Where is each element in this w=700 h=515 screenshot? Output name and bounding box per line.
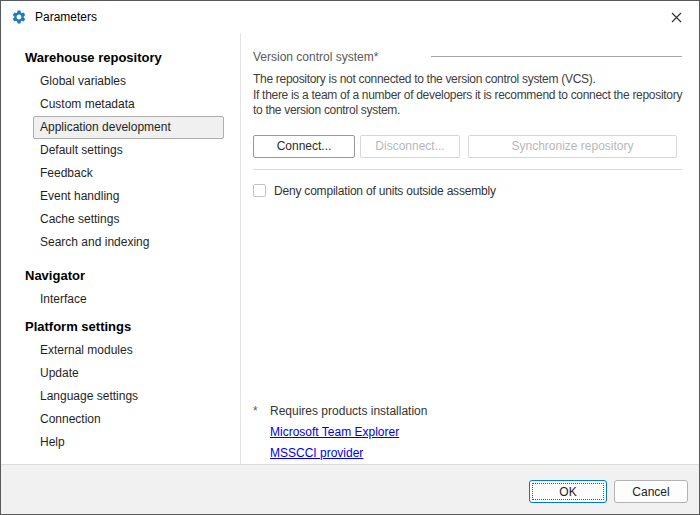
title-bar: Parameters <box>1 1 699 33</box>
link-msscci-provider[interactable]: MSSCCI provider <box>270 446 427 461</box>
window-title: Parameters <box>35 10 97 24</box>
deny-compilation-row: Deny compilation of units outside assemb… <box>253 184 682 198</box>
sidebar-section-warehouse-repository: Warehouse repository <box>1 46 240 70</box>
deny-compilation-checkbox[interactable] <box>253 184 266 197</box>
sidebar-item-custom-metadata[interactable]: Custom metadata <box>33 93 224 116</box>
group-header: Version control system* <box>253 49 682 64</box>
sidebar-item-event-handling[interactable]: Event handling <box>33 185 224 208</box>
footnote: * Requires products installation <box>253 404 427 419</box>
dialog-footer: OK Cancel <box>1 464 699 514</box>
section-separator <box>253 169 682 170</box>
sidebar-item-external-modules[interactable]: External modules <box>33 339 224 362</box>
group-header-rule <box>431 56 682 57</box>
sidebar-item-default-settings[interactable]: Default settings <box>33 139 224 162</box>
close-button[interactable] <box>654 1 699 33</box>
vcs-description: The repository is not connected to the v… <box>253 72 682 119</box>
footnote-marker: * <box>253 404 270 419</box>
sidebar-item-global-variables[interactable]: Global variables <box>33 70 224 93</box>
sidebar-item-interface[interactable]: Interface <box>33 288 224 311</box>
main-area: Warehouse repository Global variables Cu… <box>1 33 699 464</box>
sidebar-item-language-settings[interactable]: Language settings <box>33 385 224 408</box>
footnote-block: * Requires products installation Microso… <box>253 404 427 461</box>
sidebar-item-cache-settings[interactable]: Cache settings <box>33 208 224 231</box>
parameters-dialog: Parameters Warehouse repository Global v… <box>0 0 700 515</box>
gear-icon <box>11 9 27 25</box>
sidebar-item-feedback[interactable]: Feedback <box>33 162 224 185</box>
sidebar: Warehouse repository Global variables Cu… <box>1 33 241 464</box>
ok-button[interactable]: OK <box>529 480 607 503</box>
deny-compilation-label: Deny compilation of units outside assemb… <box>274 184 496 198</box>
sidebar-item-application-development[interactable]: Application development <box>33 116 224 139</box>
vcs-description-line: The repository is not connected to the v… <box>253 72 682 88</box>
disconnect-button: Disconnect... <box>360 135 460 158</box>
sidebar-item-connection[interactable]: Connection <box>33 408 224 431</box>
sidebar-item-help[interactable]: Help <box>33 431 224 454</box>
sidebar-item-search-and-indexing[interactable]: Search and indexing <box>33 231 224 254</box>
vcs-button-row: Connect... Disconnect... Synchronize rep… <box>253 135 682 158</box>
settings-panel: Version control system* The repository i… <box>241 33 700 464</box>
close-icon <box>671 12 682 23</box>
sidebar-item-update[interactable]: Update <box>33 362 224 385</box>
vcs-description-line: to the version control system. <box>253 103 682 119</box>
sidebar-section-platform-settings: Platform settings <box>1 315 240 339</box>
group-title: Version control system* <box>253 50 431 64</box>
cancel-button[interactable]: Cancel <box>614 480 688 503</box>
connect-button[interactable]: Connect... <box>253 135 355 158</box>
link-microsoft-team-explorer[interactable]: Microsoft Team Explorer <box>270 425 427 440</box>
synchronize-repository-button: Synchronize repository <box>468 135 677 158</box>
sidebar-section-navigator: Navigator <box>1 264 240 288</box>
footnote-text: Requires products installation <box>270 404 427 419</box>
vcs-description-line: If there is a team of a number of develo… <box>253 88 682 104</box>
